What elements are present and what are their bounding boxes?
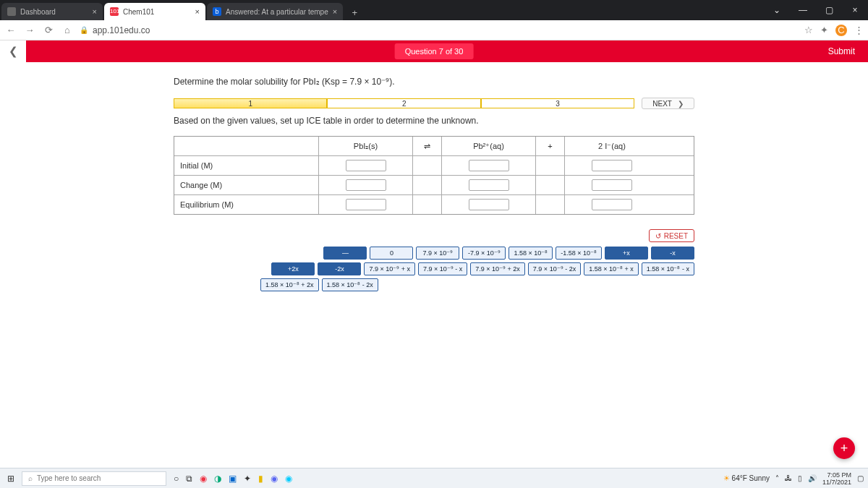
tile-neg-ksp[interactable]: -7.9 × 10⁻⁹	[462, 247, 506, 260]
ice-row-change: Change (M)	[174, 176, 694, 195]
add-fab[interactable]: +	[833, 437, 855, 459]
undo-icon: ↺	[655, 232, 661, 240]
tile-ksp-minus-x[interactable]: 7.9 × 10⁻⁹ - x	[418, 262, 467, 275]
row-label: Change (M)	[174, 176, 319, 194]
home-icon[interactable]: ⌂	[61, 25, 74, 35]
forward-icon[interactable]: →	[23, 25, 36, 35]
close-icon[interactable]: ×	[195, 7, 200, 16]
drop-slot[interactable]	[469, 160, 509, 171]
maximize-icon[interactable]: ▢	[816, 0, 842, 20]
chrome-icon[interactable]: ◉	[200, 474, 207, 484]
volume-icon[interactable]: 🔊	[808, 474, 817, 482]
drop-slot[interactable]	[346, 160, 386, 171]
url-text: app.101edu.co	[93, 25, 150, 35]
drop-slot[interactable]	[346, 179, 386, 191]
next-button[interactable]: NEXT ❯	[642, 98, 694, 109]
ice-table: PbI₂(s) ⇌ Pb²⁺(aq) + 2 I⁻(aq) Initial (M…	[174, 136, 694, 215]
tile-2ksp[interactable]: 1.58 × 10⁻⁸	[509, 247, 553, 260]
answer-tiles: ↺ RESET — 0 7.9 × 10⁻⁹ -7.9 × 10⁻⁹ 1.58 …	[174, 229, 694, 291]
tab-title: Dashboard	[20, 8, 56, 16]
taskbar-search[interactable]: ⌕ Type here to search	[22, 471, 166, 486]
ice-header-row: PbI₂(s) ⇌ Pb²⁺(aq) + 2 I⁻(aq)	[174, 137, 694, 156]
battery-icon[interactable]: ▯	[798, 474, 802, 482]
tab-chem101[interactable]: 101 Chem101 ×	[104, 3, 205, 20]
tile-ksp-plus-x[interactable]: 7.9 × 10⁻⁹ + x	[364, 262, 415, 275]
discord-icon[interactable]: ◉	[271, 474, 278, 484]
weather-widget[interactable]: ☀ 64°F Sunny	[723, 474, 770, 482]
tile-ksp-plus-2x[interactable]: 7.9 × 10⁻⁹ + 2x	[470, 262, 525, 275]
new-tab-button[interactable]: +	[347, 6, 362, 20]
cortana-icon[interactable]: ○	[174, 474, 179, 484]
question-content: Determine the molar solubility for PbI₂ …	[0, 62, 868, 291]
chevron-down-icon[interactable]: ⌄	[764, 0, 790, 20]
row-label: Initial (M)	[174, 156, 319, 175]
edge-icon[interactable]: ◉	[285, 474, 292, 484]
tile-2ksp-plus-2x[interactable]: 1.58 × 10⁻⁸ + 2x	[260, 278, 319, 291]
plus-icon: +	[536, 137, 565, 155]
kebab-icon[interactable]: ⋮	[854, 25, 864, 36]
profile-avatar[interactable]: C	[835, 25, 847, 36]
tile-plus-x[interactable]: +x	[605, 247, 648, 260]
tab-bartleby[interactable]: b Answered: At a particular tempe ×	[207, 3, 343, 20]
drop-slot[interactable]	[346, 199, 386, 210]
tile-minus-x[interactable]: -x	[651, 247, 694, 260]
extensions-icon[interactable]: ✦	[820, 25, 828, 36]
taskbar-pinned: ○ ⧉ ◉ ◑ ▣ ✦ ▮ ◉ ◉	[174, 474, 292, 484]
ice-corner	[174, 137, 319, 155]
reset-label: RESET	[664, 232, 688, 240]
close-icon[interactable]: ×	[842, 0, 868, 20]
close-icon[interactable]: ×	[93, 7, 97, 16]
store-icon[interactable]: ▣	[229, 474, 237, 484]
tile-minus-2x[interactable]: -2x	[318, 262, 361, 275]
tile-blank[interactable]: —	[323, 247, 367, 260]
submit-button[interactable]: Submit	[828, 46, 855, 56]
step-indicator: 1 2 3 NEXT ❯	[174, 97, 694, 110]
step-1[interactable]: 1	[174, 98, 327, 108]
explorer-icon[interactable]: ▮	[258, 474, 263, 484]
question-banner: ❮ Question 7 of 30 Submit	[0, 40, 868, 62]
start-button[interactable]: ⊞	[0, 474, 22, 484]
ice-col-2: Pb²⁺(aq)	[442, 137, 536, 155]
tile-2ksp-plus-x[interactable]: 1.58 × 10⁻⁸ + x	[584, 262, 639, 275]
drop-slot[interactable]	[469, 179, 509, 191]
tab-favicon	[7, 7, 16, 16]
tile-neg-2ksp[interactable]: -1.58 × 10⁻⁸	[556, 247, 602, 260]
network-icon[interactable]: 🖧	[785, 474, 792, 482]
url-display[interactable]: 🔒 app.101edu.co	[80, 25, 150, 35]
tile-ksp[interactable]: 7.9 × 10⁻⁹	[416, 247, 459, 260]
ice-col-1: PbI₂(s)	[319, 137, 413, 155]
minimize-icon[interactable]: ―	[790, 0, 816, 20]
tab-favicon: 101	[110, 7, 119, 16]
clock[interactable]: 7:05 PM 11/7/2021	[822, 471, 851, 486]
drop-slot[interactable]	[592, 160, 632, 171]
reset-button[interactable]: ↺ RESET	[649, 229, 694, 242]
tab-dashboard[interactable]: Dashboard ×	[1, 3, 103, 20]
drop-slot[interactable]	[592, 199, 632, 210]
star-icon[interactable]: ☆	[804, 25, 813, 36]
drop-slot[interactable]	[592, 179, 632, 191]
tile-ksp-minus-2x[interactable]: 7.9 × 10⁻⁹ - 2x	[528, 262, 581, 275]
app-icon[interactable]: ✦	[244, 474, 251, 484]
instruction-text: Based on the given values, set up ICE ta…	[174, 116, 694, 126]
reload-icon[interactable]: ⟳	[42, 25, 55, 35]
tile-0[interactable]: 0	[370, 247, 413, 260]
tile-plus-2x[interactable]: +2x	[271, 262, 315, 275]
search-icon: ⌕	[28, 474, 33, 482]
chevron-up-icon[interactable]: ˄	[775, 474, 779, 482]
tile-2ksp-minus-x[interactable]: 1.58 × 10⁻⁸ - x	[642, 262, 694, 275]
notifications-icon[interactable]: ▢	[857, 474, 864, 482]
search-placeholder: Type here to search	[37, 474, 101, 482]
back-chevron[interactable]: ❮	[0, 40, 26, 62]
drop-slot[interactable]	[469, 199, 509, 210]
tab-title: Answered: At a particular tempe	[226, 8, 328, 16]
tab-favicon: b	[213, 7, 221, 16]
tile-2ksp-minus-2x[interactable]: 1.58 × 10⁻⁸ - 2x	[322, 278, 378, 291]
question-prompt: Determine the molar solubility for PbI₂ …	[174, 77, 694, 87]
app-icon[interactable]: ◑	[214, 474, 221, 484]
back-icon[interactable]: ←	[4, 25, 17, 35]
close-icon[interactable]: ×	[333, 7, 337, 16]
chevron-right-icon: ❯	[678, 100, 684, 108]
step-2[interactable]: 2	[327, 98, 480, 108]
step-3[interactable]: 3	[481, 98, 634, 108]
taskview-icon[interactable]: ⧉	[186, 474, 192, 484]
